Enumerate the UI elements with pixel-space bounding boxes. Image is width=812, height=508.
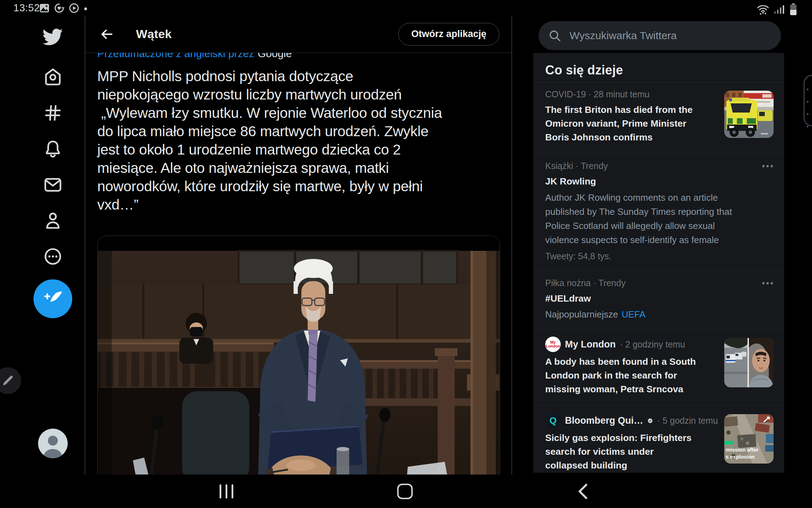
ellipsis-icon xyxy=(762,164,774,168)
ellipsis-icon xyxy=(762,282,774,285)
trend-item-covid[interactable]: COVID-19 · 28 minut temu The first Brito… xyxy=(533,82,784,153)
police-vans-and-woman-scene xyxy=(724,338,774,387)
trend-more-button[interactable] xyxy=(762,280,774,286)
back-arrow-icon xyxy=(99,27,114,42)
search-icon xyxy=(548,29,561,42)
svg-text:s explosion: s explosion xyxy=(726,454,755,460)
android-navigation-bar xyxy=(0,474,812,508)
tweet-text-line: jest to około 1 urodzenie martwego dziec… xyxy=(97,140,442,159)
tweet-text-line: vxd…” xyxy=(97,195,442,214)
news-source: My London xyxy=(565,339,616,350)
recents-icon xyxy=(220,484,233,498)
tweet-text-line: „Wylewam łzy smutku. W rejonie Waterloo … xyxy=(97,104,442,122)
twitter-logo-icon xyxy=(42,26,64,48)
news-title: Sicily gas explosion: Firefighters searc… xyxy=(545,431,718,472)
trend-meta: Piłka nożna · Trendy xyxy=(545,278,756,288)
twitter-search-bar[interactable] xyxy=(539,21,781,50)
search-input[interactable] xyxy=(570,30,753,42)
back-button[interactable] xyxy=(97,25,116,44)
ambulance-scene xyxy=(724,91,774,138)
trend-title: The first Briton has died from the Omicr… xyxy=(545,103,718,144)
tweet-text-line: niepokojącego wzrostu liczby martwych ur… xyxy=(97,85,442,104)
thread-panel: Przetłumaczone z angielski przezGoogle M… xyxy=(85,16,512,508)
android-status-bar: 13:52 xyxy=(0,0,812,16)
digital-wellbeing-notification-icon xyxy=(54,3,64,14)
whats-happening-panel: Co się dzieje COVID-19 · 28 minut temu T… xyxy=(533,53,784,473)
cellular-signal-icon xyxy=(774,4,785,16)
uefa-link[interactable]: UEFA xyxy=(622,309,646,320)
news-thumbnail-sicily-explosion[interactable]: mission after s explosion xyxy=(724,414,774,464)
more-options-icon[interactable] xyxy=(42,245,64,268)
whats-happening-heading: Co się dzieje xyxy=(533,53,784,82)
page-title: Wątek xyxy=(136,27,172,41)
edge-panel-handle[interactable] xyxy=(804,75,812,126)
verified-badge-icon xyxy=(647,416,653,425)
my-london-avatar: My London xyxy=(545,337,561,352)
account-avatar[interactable] xyxy=(38,429,68,458)
trend-item-jk-rowling[interactable]: Książki · Trendy JK Rowling Author JK Ro… xyxy=(533,153,784,271)
news-thumbnail-missing-woman[interactable] xyxy=(724,338,774,387)
compose-tweet-button[interactable] xyxy=(33,279,72,318)
feather-plus-icon xyxy=(43,289,63,309)
edge-panel-grip-dots xyxy=(807,89,808,127)
trend-meta: COVID-19 · 28 minut temu xyxy=(545,89,718,99)
tweet-text-line: MPP Nicholls podnosi pytania dotyczące xyxy=(97,67,442,85)
home-squircle-icon xyxy=(397,484,413,499)
tweet-text-line: miesiące. Ale oto najważniejsza sprawa, … xyxy=(97,159,442,177)
news-time: · 2 godziny temu xyxy=(620,339,685,350)
bloomberg-avatar: Q xyxy=(545,413,561,428)
wifi-status-icon xyxy=(756,4,770,16)
tweet-text-line: do lipca miało miejsce 86 martwych urodz… xyxy=(97,122,442,140)
home-button[interactable] xyxy=(389,474,421,508)
news-time: · 5 godzin temu xyxy=(657,416,718,426)
back-chevron-icon xyxy=(577,484,589,499)
news-item-my-london[interactable]: My London My London · 2 godziny temu A b… xyxy=(533,329,784,405)
home-icon[interactable] xyxy=(42,66,64,88)
trend-title: JK Rowling xyxy=(545,175,756,188)
back-button-nav[interactable] xyxy=(567,474,599,508)
tweet-video[interactable] xyxy=(97,236,500,483)
gallery-notification-icon xyxy=(39,4,49,14)
news-title: A body has been found in a South London … xyxy=(545,355,718,396)
news-item-bloomberg[interactable]: Q Bloomberg Qui… · 5 godzin temu Sicily … xyxy=(533,405,784,473)
trend-description: Author JK Rowling comments on an article… xyxy=(545,190,756,247)
news-source: Bloomberg Qui… xyxy=(565,415,643,426)
trend-meta: Książki · Trendy xyxy=(545,161,756,171)
edge-pencil-button[interactable] xyxy=(0,367,21,394)
trend-thumbnail-ambulance[interactable] xyxy=(724,91,774,138)
open-app-button[interactable]: Otwórz aplikację xyxy=(398,23,499,46)
trend-title: #UELdraw xyxy=(545,292,756,306)
explosion-aerial-scene: mission after s explosion xyxy=(724,414,774,464)
trend-related: NajpopularniejszeUEFA xyxy=(545,309,756,320)
media-play-notification-icon xyxy=(69,3,79,14)
tweet-text: MPP Nicholls podnosi pytania dotyczące n… xyxy=(97,67,442,214)
legislature-video-frame xyxy=(98,236,500,483)
explore-hashtag-icon[interactable] xyxy=(42,102,64,124)
profile-icon[interactable] xyxy=(42,209,64,232)
battery-icon xyxy=(789,3,797,17)
trend-item-ueldraw[interactable]: Piłka nożna · Trendy #UELdraw Najpopular… xyxy=(533,271,784,329)
recents-button[interactable] xyxy=(210,474,242,508)
default-avatar-icon xyxy=(38,429,68,458)
messages-mail-icon[interactable] xyxy=(42,174,64,196)
clock: 13:52 xyxy=(13,2,40,14)
thread-header: Wątek Otwórz aplikację xyxy=(85,16,511,53)
tweet-count: Tweety: 54,8 tys. xyxy=(545,251,756,261)
tweet-text-line: noworodków, które urodziły się martwe, b… xyxy=(97,177,442,195)
notifications-bell-icon[interactable] xyxy=(42,138,64,160)
trend-more-button[interactable] xyxy=(762,163,774,169)
more-notifications-dot xyxy=(84,6,87,12)
pencil-icon xyxy=(1,374,15,388)
svg-text:mission after: mission after xyxy=(726,447,759,453)
